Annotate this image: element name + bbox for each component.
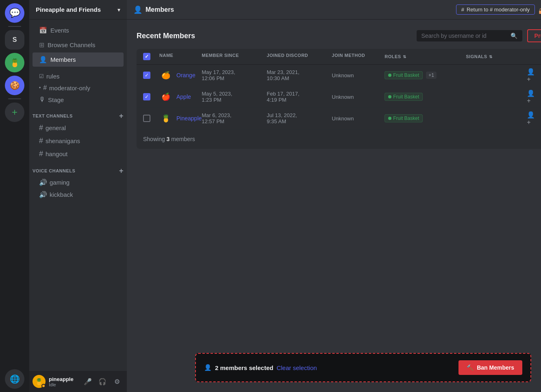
row-checkbox-orange[interactable]: ✓: [143, 72, 159, 79]
voice-channels-label: VOICE CHANNELS: [33, 168, 75, 173]
row-actions-orange: 👤+ ⋮: [527, 70, 541, 81]
server-divider: [8, 26, 21, 27]
server-icon-cookie[interactable]: 🍪: [5, 76, 24, 95]
sidebar-item-members[interactable]: 👤 Members: [33, 52, 124, 67]
channel-item-hangout[interactable]: # hangout: [33, 148, 124, 160]
col-header-joined-discord: JOINED DISCORD: [267, 53, 332, 60]
search-icon: 🔍: [511, 33, 517, 39]
table-row: 🍍 Pineapple Mar 6, 2023,12:57 PM Jul 13,…: [137, 108, 541, 129]
roles-sort-icon[interactable]: ⇅: [403, 54, 406, 59]
add-server-button[interactable]: +: [5, 102, 24, 122]
speaker-icon-gaming: 🔊: [39, 179, 47, 186]
sidebar-item-events[interactable]: 📅 Events: [33, 23, 124, 37]
col-header-member-since: MEMBER SINCE: [202, 53, 267, 60]
server-header[interactable]: Pineapple and Friends ▾: [29, 0, 127, 20]
search-box: 🔍: [417, 30, 522, 41]
user-actions: 🎤 🎧 ⚙: [81, 375, 124, 388]
channel-label-mod: moderator-only: [49, 85, 90, 91]
role-badge-apple[interactable]: Fruit Basket: [385, 93, 423, 101]
prune-button[interactable]: Prune: [527, 29, 541, 42]
user-panel: 🍍 pineapple Idle 🎤 🎧 ⚙: [29, 371, 127, 392]
server-icon-pineapple[interactable]: 🍍: [5, 53, 24, 72]
avatar-pineapple: 🍍: [159, 112, 172, 125]
sidebar-item-label-browse: Browse Channels: [48, 41, 96, 48]
channel-label-kickback: kickback: [50, 191, 73, 198]
showing-text: Showing 3 members: [137, 129, 541, 149]
select-all-checkbox[interactable]: ✓: [143, 53, 159, 60]
roles-orange: Fruit Basket +1: [385, 71, 466, 79]
sidebar-item-label-members: Members: [50, 56, 76, 63]
role-badge-pineapple[interactable]: Fruit Basket: [385, 114, 423, 122]
channel-sidebar: Pineapple and Friends ▾ 📅 Events ⊞ Brows…: [29, 0, 127, 392]
members-header-icon: 👤: [133, 5, 142, 14]
channel-label-hangout: hangout: [46, 150, 67, 157]
speaker-icon-kickback: 🔊: [39, 191, 47, 198]
showing-count: 3: [167, 136, 170, 142]
user-info: pineapple Idle: [49, 376, 78, 387]
sidebar-item-browse-channels[interactable]: ⊞ Browse Channels: [33, 38, 124, 52]
channel-item-general[interactable]: # general: [33, 122, 124, 134]
hash-icon: #: [43, 84, 47, 91]
channel-label-gaming: gaming: [50, 179, 70, 186]
add-member-role-pineapple[interactable]: 👤+: [527, 113, 537, 124]
ban-members-button[interactable]: 🔨 Ban Members: [458, 360, 522, 375]
sidebar-nav: 📅 Events ⊞ Browse Channels 👤 Members ☑ r…: [29, 20, 127, 371]
deafen-button[interactable]: 🎧: [96, 375, 109, 388]
channel-label-stage: Stage: [48, 96, 64, 103]
channel-item-shenanigans[interactable]: # shenanigans: [33, 135, 124, 147]
channel-item-gaming[interactable]: 🔊 gaming: [33, 176, 124, 188]
online-indicator: [41, 384, 46, 388]
explore-icon[interactable]: 🌐: [5, 369, 24, 389]
members-table: ✓ NAME MEMBER SINCE JOINED DISCORD JOIN …: [137, 49, 541, 149]
table-row: ✓ 🍊 Orange May 17, 2023,12:06 PM Mar 23,…: [137, 65, 541, 86]
inbox-button[interactable]: 📥: [538, 5, 541, 15]
row-checkbox-apple[interactable]: ✓: [143, 93, 159, 100]
col-header-join-method: JOIN METHOD: [332, 53, 385, 60]
return-btn-label: Return to # moderator-only: [467, 7, 530, 13]
add-voice-channel-button[interactable]: +: [119, 167, 124, 174]
server-icon-discord[interactable]: 💬: [5, 3, 24, 23]
role-badge-orange[interactable]: Fruit Basket: [385, 71, 423, 79]
table-row: ✓ 🍎 Apple May 5, 2023,1:23 PM Feb 17, 20…: [137, 86, 541, 108]
member-name-apple[interactable]: Apple: [176, 94, 191, 100]
role-dot: [388, 74, 391, 77]
member-name-orange[interactable]: Orange: [176, 72, 196, 78]
server-icon-s[interactable]: S: [5, 30, 24, 50]
ban-icon: 🔨: [467, 364, 474, 371]
settings-button[interactable]: ⚙: [111, 375, 124, 388]
avatar-apple: 🍎: [159, 90, 172, 103]
selected-count: 2 members selected: [215, 364, 273, 371]
showing-suffix: members: [171, 136, 195, 142]
add-text-channel-button[interactable]: +: [119, 112, 124, 120]
chevron-down-icon: ▾: [117, 7, 120, 13]
role-plus-orange[interactable]: +1: [426, 72, 437, 79]
action-bar-left: 👤 2 members selected Clear selection: [204, 364, 317, 371]
mute-button[interactable]: 🎤: [81, 375, 94, 388]
member-since-pineapple: Mar 6, 2023,12:57 PM: [202, 112, 267, 124]
signals-sort-icon[interactable]: ⇅: [489, 54, 493, 59]
text-channels-category: TEXT CHANNELS +: [29, 106, 127, 121]
server-sidebar: 💬 S 🍍 🍪 + 🌐: [0, 0, 29, 392]
channel-item-moderator-only[interactable]: • # moderator-only: [33, 82, 124, 94]
add-member-role-orange[interactable]: 👤+: [527, 70, 537, 81]
member-name-pineapple[interactable]: Pineapple: [176, 115, 202, 122]
stage-icon: 🎙: [39, 96, 46, 103]
main-header: 👤 Members # Return to # moderator-only 📥…: [127, 0, 541, 20]
hash-icon-hangout: #: [39, 150, 43, 158]
channel-item-rules[interactable]: ☑ rules: [33, 71, 124, 82]
hash-icon-shenanigans: #: [39, 137, 43, 145]
return-to-moderator-button[interactable]: # Return to # moderator-only: [456, 4, 535, 15]
role-dot: [388, 95, 391, 98]
col-header-signals: SIGNALS ⇅: [466, 53, 527, 60]
ban-label: Ban Members: [477, 364, 514, 371]
clear-selection-button[interactable]: Clear selection: [276, 364, 317, 371]
channel-item-stage[interactable]: 🎙 Stage: [33, 94, 124, 105]
join-method-pineapple: Unknown: [332, 115, 385, 122]
table-header: ✓ NAME MEMBER SINCE JOINED DISCORD JOIN …: [137, 49, 541, 65]
channel-item-kickback[interactable]: 🔊 kickback: [33, 189, 124, 200]
search-input[interactable]: [422, 33, 507, 39]
row-checkbox-pineapple[interactable]: [143, 115, 159, 122]
channel-label-rules: rules: [46, 73, 60, 80]
role-dot: [388, 117, 391, 120]
add-member-role-apple[interactable]: 👤+: [527, 91, 537, 102]
